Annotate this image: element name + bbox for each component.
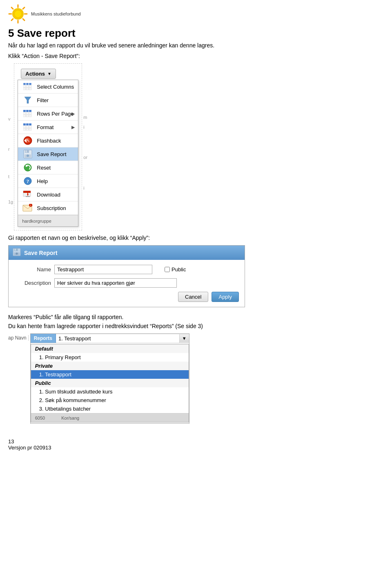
svg-rect-32 <box>23 126 26 128</box>
menu-item-rows-per-page[interactable]: Rows Per Page ▶ <box>18 107 78 121</box>
svg-rect-55 <box>27 193 28 195</box>
dropdown-item-utbetalings[interactable]: 3. Utbetalings batcher <box>31 405 189 413</box>
menu-item-save-report[interactable]: Save Report <box>18 148 78 161</box>
rows-per-page-icon <box>22 109 33 118</box>
section-private: Private <box>31 362 189 370</box>
svg-point-47 <box>27 154 29 157</box>
actions-button[interactable]: Actions ▼ <box>21 69 56 79</box>
format-icon <box>22 123 33 132</box>
table-bg-row: hardkor gruppe <box>18 215 78 226</box>
svg-rect-34 <box>29 126 31 128</box>
svg-point-64 <box>16 253 18 255</box>
cancel-button[interactable]: Cancel <box>178 292 208 302</box>
select-columns-label: Select Columns <box>37 84 74 90</box>
svg-rect-10 <box>23 83 26 85</box>
save-report-label: Save Report <box>37 151 66 157</box>
submenu-arrow-rows: ▶ <box>71 111 75 116</box>
save-report-form-body: Name Public Description Cancel Apply <box>9 260 245 307</box>
dropdown-item-primary-report[interactable]: 1. Primary Report <box>31 353 189 362</box>
svg-line-8 <box>23 7 24 9</box>
subscription-icon: ! <box>22 203 33 212</box>
menu-item-flashback[interactable]: Flashback <box>18 134 78 148</box>
version: Versjon pr 020913 <box>8 445 384 451</box>
svg-rect-45 <box>26 150 27 152</box>
reports-selected-value: 1. Testrapport <box>56 334 180 343</box>
bg-col1: hardkor <box>22 219 37 224</box>
logo-area: Musikkens studieforbund <box>8 4 384 24</box>
dropdown-item-sum-tilskudd[interactable]: 1. Sum tilskudd avsluttede kurs <box>31 387 189 396</box>
reports-table-bg-row: 6050 Kor/sang <box>31 413 189 422</box>
svg-rect-44 <box>25 150 29 153</box>
public-note: Markeres “Public” får alle tilgang til r… <box>8 314 384 320</box>
svg-line-6 <box>11 7 13 9</box>
svg-rect-31 <box>29 123 31 125</box>
svg-rect-29 <box>23 123 26 125</box>
svg-rect-16 <box>23 88 26 90</box>
svg-rect-36 <box>26 128 29 130</box>
subscription-label: Subscription <box>37 205 66 211</box>
left-table-label: ap Navn <box>8 335 29 341</box>
save-report-form: Save Report Name Public Description Canc… <box>8 245 245 307</box>
svg-rect-15 <box>29 85 31 87</box>
grid-icon <box>22 82 33 91</box>
svg-rect-30 <box>26 123 29 125</box>
menu-item-reset[interactable]: Reset <box>18 161 78 174</box>
save-report-form-header: Save Report <box>9 246 245 260</box>
menu-item-format[interactable]: Format ▶ <box>18 121 78 134</box>
menu-item-download[interactable]: Download <box>18 188 78 201</box>
description-input[interactable] <box>54 278 177 288</box>
reports-note: Du kan hente fram lagrede rapporter i ne… <box>8 323 384 329</box>
sum-tilskudd-label: 1. Sum tilskudd avsluttede kurs <box>39 389 113 395</box>
format-label: Format <box>37 124 53 130</box>
svg-rect-62 <box>15 249 16 251</box>
apply-button[interactable]: Apply <box>212 292 239 302</box>
org-name: Musikkens studieforbund <box>31 11 81 17</box>
svg-rect-61 <box>14 248 18 251</box>
intro-text-1: Når du har lagd en rapport du vil bruke … <box>8 42 384 49</box>
testrapport-label: 1. Testrapport <box>39 371 71 378</box>
svg-text:?: ? <box>27 178 29 184</box>
svg-rect-11 <box>26 83 29 85</box>
dropdown-item-testrapport[interactable]: 1. Testrapport <box>31 370 189 379</box>
svg-rect-25 <box>29 112 31 114</box>
svg-line-9 <box>11 19 13 20</box>
description-row: Description <box>14 278 239 288</box>
bottom-col2: Kor/sang <box>61 416 79 420</box>
reports-dropdown-container: Reports 1. Testrapport ▼ Default 1. Prim… <box>30 333 189 424</box>
bg-col2: gruppe <box>38 219 51 224</box>
svg-point-1 <box>15 11 21 17</box>
chevron-down-icon: ▼ <box>47 72 51 76</box>
menu-item-filter[interactable]: Filter <box>18 94 78 107</box>
menu-item-subscription[interactable]: ! Subscription <box>18 201 78 215</box>
intro-text-2: Klikk “Action - Save Report”: <box>8 53 384 59</box>
svg-rect-18 <box>29 88 31 90</box>
svg-rect-20 <box>23 110 26 112</box>
submenu-arrow-format: ▶ <box>71 125 75 130</box>
dropdown-item-sok-kommunenummer[interactable]: 2. Søk på kommunenummer <box>31 396 189 405</box>
name-input[interactable] <box>54 265 152 274</box>
mid-instruction: Gi rapporten et navn og en beskrivelse, … <box>8 235 384 241</box>
partial-col-left: v r t 1g <box>8 116 13 204</box>
menu-item-help[interactable]: ? Help <box>18 174 78 188</box>
form-buttons: Cancel Apply <box>14 292 239 302</box>
name-label: Name <box>14 266 51 273</box>
bottom-col1: 6050 <box>35 416 45 420</box>
svg-rect-22 <box>29 110 31 112</box>
select-columns-icon <box>23 83 32 90</box>
rows-per-page-label: Rows Per Page <box>37 111 74 117</box>
save-icon <box>13 248 21 257</box>
reports-dropdown-arrow[interactable]: ▼ <box>180 335 189 342</box>
public-checkbox[interactable] <box>165 267 170 272</box>
page-number: 13 <box>8 438 384 445</box>
menu-item-select-columns[interactable]: Select Columns <box>18 80 78 94</box>
flashback-icon <box>22 136 33 145</box>
reports-header-row: Reports 1. Testrapport ▼ <box>31 334 189 343</box>
svg-marker-19 <box>24 97 31 103</box>
actions-menu-screenshot: Actions ▼ <box>14 63 82 230</box>
svg-rect-23 <box>23 112 26 114</box>
svg-rect-26 <box>23 115 26 117</box>
svg-rect-21 <box>26 110 29 112</box>
section-default: Default <box>31 344 189 353</box>
section-public: Public <box>31 379 189 387</box>
partial-col-right: m i or i <box>83 112 87 193</box>
